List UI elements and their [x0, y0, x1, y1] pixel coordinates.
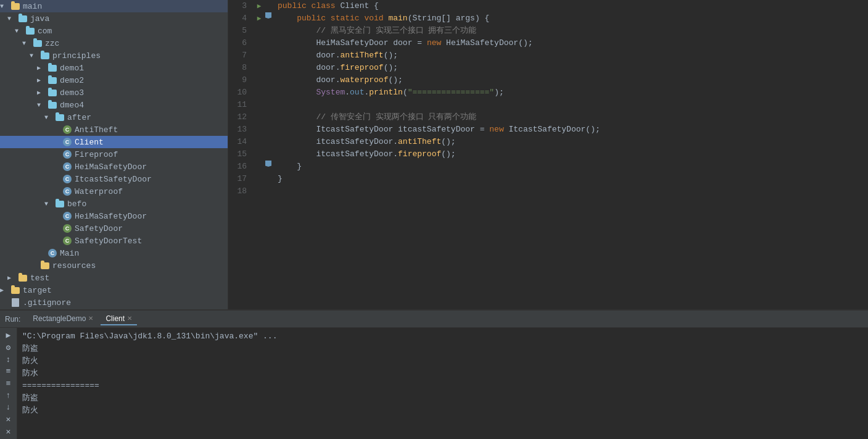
code-content: // 传智安全门 实现两个接口 只有两个功能 [275, 111, 868, 123]
up-icon[interactable]: ↑ [3, 391, 14, 400]
tree-label: Waterproof [75, 187, 123, 196]
tree-item-zzc[interactable]: ▼ zzc [0, 37, 228, 49]
tree-label: Main [60, 249, 79, 258]
bookmark-icon [265, 12, 271, 19]
tree-arrow: ▼ [44, 114, 54, 121]
run-gutter[interactable]: ▶ [253, 0, 265, 12]
tree-icon-folder-blue [54, 112, 65, 122]
scroll-icon[interactable]: ↕ [3, 355, 14, 364]
file-tree-sidebar[interactable]: ▼ main ▼ java ▼ com ▼ zzc ▼ principles ▶… [0, 0, 228, 309]
tree-arrow: ▼ [15, 28, 25, 35]
tree-label: resources [52, 261, 96, 270]
output-line: 防盗 [22, 392, 863, 404]
code-line-18: 18 [228, 185, 868, 198]
tree-label: java [30, 14, 49, 23]
tree-item-demo1[interactable]: ▶ demo1 [0, 62, 228, 74]
close1-icon[interactable]: ✕ [3, 414, 14, 424]
tree-item-Waterproof[interactable]: C Waterproof [0, 185, 228, 198]
tree-item-com[interactable]: ▼ com [0, 25, 228, 37]
tree-label: test [30, 274, 49, 283]
tree-icon-folder-blue [25, 26, 36, 36]
play-icon[interactable]: ▶ [3, 330, 14, 340]
line-number: 18 [228, 185, 253, 198]
tree-icon-file: f [10, 298, 21, 307]
tree-item-HeiMaSafetyDoor2[interactable]: C HeiMaSafetyDoor [0, 210, 228, 222]
tree-item-befo[interactable]: ▼ befo [0, 198, 228, 210]
tree-label: com [38, 27, 52, 36]
tree-arrow: ▶ [37, 77, 47, 84]
run-tab-label: Client [105, 314, 125, 323]
tree-label: AntiTheft [75, 125, 118, 135]
tree-icon-folder-blue [17, 14, 28, 23]
tree-item-dmeo4[interactable]: ▼ dmeo4 [0, 99, 228, 111]
tree-icon-folder-yellow [10, 285, 21, 295]
tree-item-Client[interactable]: C Client [0, 136, 228, 148]
tree-label: demo1 [60, 64, 84, 73]
tree-arrow: ▼ [0, 3, 10, 10]
tree-item-HeiMaSafetyDoor[interactable]: C HeiMaSafetyDoor [0, 161, 228, 173]
tab-close-icon[interactable]: ✕ [127, 315, 132, 322]
line-number: 13 [228, 123, 253, 136]
code-content: door.waterproof(); [275, 74, 868, 86]
code-line-3: 3 ▶ public class Client { [228, 0, 868, 12]
tree-icon-folder-blue [47, 100, 58, 110]
tree-arrow: ▼ [37, 102, 47, 109]
tree-label: SafetyDoor [75, 224, 123, 233]
tab-close-icon[interactable]: ✕ [88, 315, 93, 322]
run-tab-rect[interactable]: RectangleDemo✕ [28, 313, 98, 325]
tree-item-gitignore[interactable]: f .gitignore [0, 296, 228, 309]
tree-item-ItcastSafetyDoor[interactable]: C ItcastSafetyDoor [0, 173, 228, 185]
line-number: 11 [228, 99, 253, 111]
tree-label: SafetyDoorTest [75, 236, 142, 246]
run-content-area: ▶⚙↕≡≡↑↓✕✕ "C:\Program Files\Java\jdk1.8.… [0, 328, 868, 439]
tree-label: demo2 [60, 76, 84, 85]
down-icon[interactable]: ↓ [3, 403, 14, 412]
tree-icon-class-green: C [62, 125, 73, 135]
run-gutter[interactable]: ▶ [253, 12, 265, 25]
tree-item-Fireproof[interactable]: C Fireproof [0, 148, 228, 161]
tree-item-java[interactable]: ▼ java [0, 12, 228, 25]
tree-icon-folder-yellow [17, 273, 28, 283]
tree-item-after[interactable]: ▼ after [0, 111, 228, 123]
tree-item-demo3[interactable]: ▶ demo3 [0, 86, 228, 99]
code-line-6: 6 HeiMaSafetyDoor door = new HeiMaSafety… [228, 37, 868, 49]
close2-icon[interactable]: ✕ [3, 427, 14, 437]
code-line-10: 10 System.out.println("================"… [228, 86, 868, 99]
line-number: 6 [228, 37, 253, 49]
tree-item-AntiTheft[interactable]: C AntiTheft [0, 123, 228, 136]
tree-label: befo [67, 199, 86, 209]
tree-item-Main[interactable]: C Main [0, 247, 228, 259]
settings-icon[interactable]: ⚙ [3, 343, 14, 353]
list-icon[interactable]: ≡ [3, 378, 14, 388]
tree-arrow: ▼ [22, 40, 32, 47]
code-line-7: 7 door.antiTheft(); [228, 49, 868, 62]
tree-item-main[interactable]: ▼ main [0, 0, 228, 12]
tree-item-SafetyDoor[interactable]: C SafetyDoor [0, 222, 228, 235]
tree-item-resources[interactable]: resources [0, 259, 228, 272]
code-content: System.out.println("================"); [275, 86, 868, 99]
tree-arrow: ▶ [37, 64, 47, 72]
code-content: door.fireproof(); [275, 62, 868, 74]
line-number: 17 [228, 173, 253, 185]
tree-label: target [23, 286, 52, 295]
tree-item-principles[interactable]: ▼ principles [0, 49, 228, 62]
tree-item-demo2[interactable]: ▶ demo2 [0, 74, 228, 86]
tree-label: .gitignore [23, 298, 71, 307]
tree-label: ItcastSafetyDoor [75, 175, 152, 184]
run-tab-client[interactable]: Client✕ [101, 313, 137, 325]
tree-item-SafetyDoorTest[interactable]: C SafetyDoorTest [0, 235, 228, 247]
tree-icon-class-green: C [62, 236, 73, 246]
run-panel: Run: RectangleDemo✕Client✕ ▶⚙↕≡≡↑↓✕✕ "C:… [0, 309, 868, 439]
tree-arrow: ▶ [0, 286, 10, 294]
line-number: 14 [228, 136, 253, 148]
output-line: 防火 [22, 404, 863, 417]
tree-icon-class-blue: C [62, 162, 73, 172]
run-toolbar[interactable]: ▶⚙↕≡≡↑↓✕✕ [0, 328, 17, 439]
tree-item-test[interactable]: ▶ test [0, 272, 228, 284]
code-content: ItcastSafetyDoor itcastSafetyDoor = new … [275, 123, 868, 136]
menu-icon[interactable]: ≡ [3, 367, 14, 376]
tree-icon-class-blue: C [62, 149, 73, 159]
run-arrow-icon: ▶ [257, 12, 262, 25]
tree-label: HeiMaSafetyDoor [75, 162, 147, 172]
tree-item-target[interactable]: ▶ target [0, 284, 228, 296]
